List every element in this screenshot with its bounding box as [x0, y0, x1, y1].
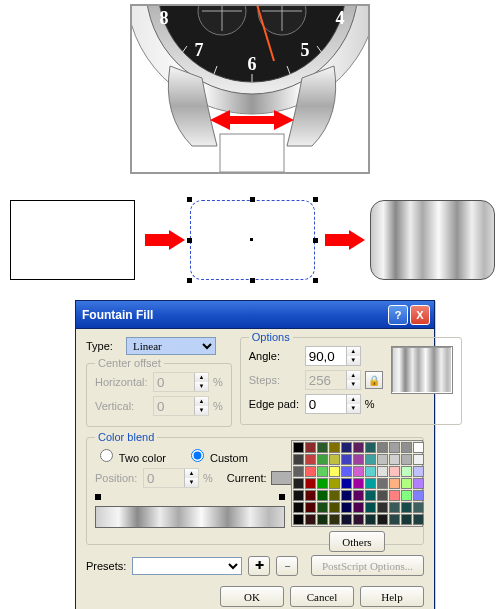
color-swatch[interactable]	[389, 478, 400, 489]
color-swatch[interactable]	[377, 478, 388, 489]
type-select[interactable]: Linear	[126, 337, 216, 355]
color-swatch[interactable]	[305, 466, 316, 477]
color-swatch[interactable]	[341, 514, 352, 525]
color-swatch[interactable]	[377, 514, 388, 525]
color-swatch[interactable]	[293, 490, 304, 501]
color-swatch[interactable]	[365, 454, 376, 465]
color-swatch[interactable]	[305, 454, 316, 465]
color-swatch[interactable]	[293, 514, 304, 525]
color-swatch[interactable]	[389, 514, 400, 525]
color-swatch[interactable]	[329, 454, 340, 465]
color-swatch[interactable]	[293, 502, 304, 513]
color-swatch[interactable]	[341, 490, 352, 501]
color-swatch[interactable]	[353, 514, 364, 525]
color-swatch[interactable]	[389, 442, 400, 453]
color-swatch[interactable]	[401, 514, 412, 525]
color-swatch[interactable]	[305, 478, 316, 489]
others-button[interactable]: Others	[329, 531, 385, 552]
cancel-button[interactable]: Cancel	[290, 586, 354, 607]
presets-select[interactable]	[132, 557, 242, 575]
help-button[interactable]: Help	[360, 586, 424, 607]
color-swatch[interactable]	[401, 454, 412, 465]
color-swatch[interactable]	[329, 478, 340, 489]
color-swatch[interactable]	[401, 490, 412, 501]
color-swatch[interactable]	[413, 454, 424, 465]
color-swatch[interactable]	[377, 502, 388, 513]
color-swatch[interactable]	[305, 514, 316, 525]
color-swatch[interactable]	[365, 490, 376, 501]
close-icon[interactable]: X	[410, 305, 430, 325]
color-swatch[interactable]	[317, 514, 328, 525]
remove-preset-button[interactable]: −	[276, 556, 298, 576]
two-color-radio[interactable]: Two color	[95, 446, 166, 464]
color-swatch[interactable]	[353, 466, 364, 477]
color-swatch[interactable]	[401, 478, 412, 489]
color-swatch[interactable]	[365, 442, 376, 453]
color-swatch[interactable]	[329, 502, 340, 513]
color-swatch[interactable]	[365, 502, 376, 513]
color-swatch[interactable]	[413, 502, 424, 513]
color-swatch[interactable]	[389, 502, 400, 513]
gradient-preview	[391, 346, 453, 394]
options-legend: Options	[249, 331, 293, 343]
color-swatch[interactable]	[305, 442, 316, 453]
color-swatch[interactable]	[389, 466, 400, 477]
color-swatch[interactable]	[365, 478, 376, 489]
angle-spinner[interactable]: ▲▼	[305, 346, 361, 366]
titlebar[interactable]: Fountain Fill ? X	[76, 301, 434, 329]
color-swatch[interactable]	[329, 442, 340, 453]
add-preset-button[interactable]: ✚	[248, 556, 270, 576]
color-swatch[interactable]	[329, 514, 340, 525]
color-swatch[interactable]	[413, 478, 424, 489]
color-swatch[interactable]	[329, 490, 340, 501]
color-swatch[interactable]	[353, 454, 364, 465]
help-icon[interactable]: ?	[388, 305, 408, 325]
edgepad-spinner[interactable]: ▲▼	[305, 394, 361, 414]
color-swatch[interactable]	[293, 454, 304, 465]
color-swatch[interactable]	[401, 466, 412, 477]
dialog-title: Fountain Fill	[80, 308, 386, 322]
fountain-fill-dialog: Fountain Fill ? X Type: Linear Center of…	[75, 300, 435, 609]
custom-radio[interactable]: Custom	[186, 446, 248, 464]
color-swatch[interactable]	[317, 466, 328, 477]
color-swatch[interactable]	[329, 466, 340, 477]
color-swatch[interactable]	[341, 442, 352, 453]
gradient-editor[interactable]	[95, 494, 285, 538]
color-swatch[interactable]	[305, 490, 316, 501]
color-swatch[interactable]	[293, 478, 304, 489]
color-swatch[interactable]	[353, 490, 364, 501]
color-swatch[interactable]	[353, 478, 364, 489]
color-swatch[interactable]	[341, 454, 352, 465]
color-swatch[interactable]	[317, 478, 328, 489]
gradient-rectangle	[370, 200, 495, 280]
color-swatch[interactable]	[377, 442, 388, 453]
color-swatch[interactable]	[377, 454, 388, 465]
color-swatch[interactable]	[317, 502, 328, 513]
color-swatch[interactable]	[353, 442, 364, 453]
color-swatch[interactable]	[293, 442, 304, 453]
color-swatch[interactable]	[317, 454, 328, 465]
color-swatch[interactable]	[365, 514, 376, 525]
color-swatch[interactable]	[341, 478, 352, 489]
color-swatch[interactable]	[317, 490, 328, 501]
color-swatch[interactable]	[413, 514, 424, 525]
color-swatch[interactable]	[377, 466, 388, 477]
color-swatch[interactable]	[413, 466, 424, 477]
color-swatch[interactable]	[353, 502, 364, 513]
color-swatch[interactable]	[377, 490, 388, 501]
color-swatch[interactable]	[317, 442, 328, 453]
color-swatch[interactable]	[341, 466, 352, 477]
color-swatch[interactable]	[365, 466, 376, 477]
lock-icon[interactable]: 🔒	[365, 371, 383, 389]
vertical-spinner: ▲▼	[153, 396, 209, 416]
ok-button[interactable]: OK	[220, 586, 284, 607]
color-swatch[interactable]	[413, 490, 424, 501]
color-swatch[interactable]	[401, 502, 412, 513]
color-swatch[interactable]	[413, 442, 424, 453]
color-swatch[interactable]	[401, 442, 412, 453]
color-swatch[interactable]	[389, 490, 400, 501]
color-swatch[interactable]	[341, 502, 352, 513]
color-swatch[interactable]	[293, 466, 304, 477]
color-swatch[interactable]	[305, 502, 316, 513]
color-swatch[interactable]	[389, 454, 400, 465]
